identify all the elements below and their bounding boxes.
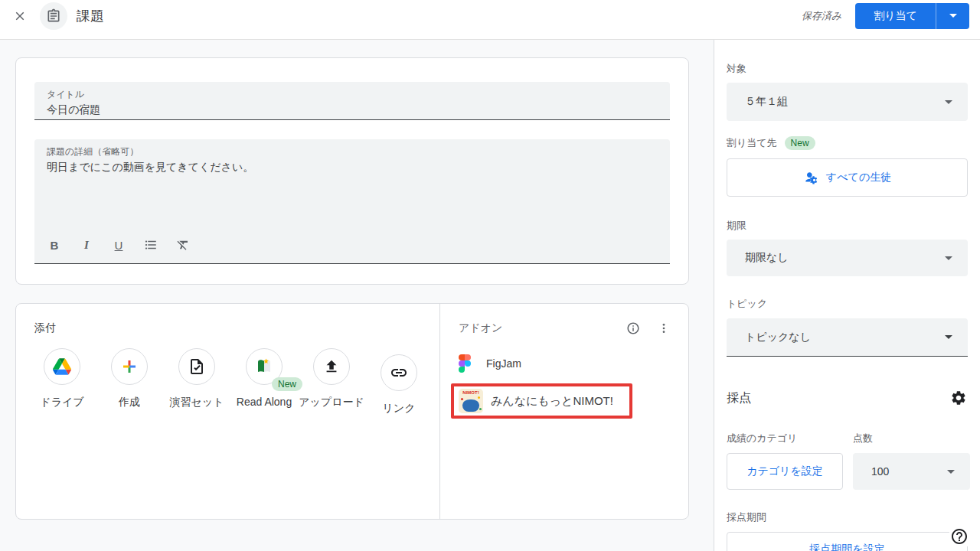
- figjam-icon: [459, 354, 471, 373]
- clear-formatting-icon: [176, 238, 190, 252]
- assign-dropdown-button[interactable]: [936, 3, 969, 29]
- attach-create-button[interactable]: 作成: [96, 348, 163, 416]
- assign-button[interactable]: 割り当て: [855, 3, 936, 29]
- close-button[interactable]: [11, 7, 29, 25]
- attach-upload-button[interactable]: アップロード: [298, 348, 365, 416]
- page-title: 課題: [77, 7, 104, 25]
- chevron-down-icon: [947, 470, 955, 474]
- create-plus-icon: [120, 357, 139, 376]
- addons-menu-button[interactable]: [655, 319, 673, 337]
- attachments-card: 添付 ドライブ: [15, 303, 689, 520]
- all-students-button[interactable]: すべての生徒: [727, 158, 968, 197]
- description-field-value: 明日までにこの動画を見てきてください。: [47, 161, 658, 174]
- nimot-icon: NIMOT!: [459, 389, 483, 413]
- help-button[interactable]: [949, 527, 969, 546]
- manage-accounts-icon: [803, 170, 818, 185]
- points-label: 点数: [853, 432, 970, 445]
- due-label: 期限: [727, 219, 968, 233]
- set-grading-period-button[interactable]: 採点期間を設定: [727, 532, 968, 551]
- gear-icon: [950, 390, 967, 406]
- attach-link-button[interactable]: リンク: [365, 354, 433, 416]
- clear-formatting-button[interactable]: [175, 237, 191, 253]
- points-select[interactable]: 100: [853, 453, 970, 490]
- help-icon: [950, 527, 969, 546]
- settings-sidebar: 対象 ５年１組 割り当て先 New すべての生徒 期限 期限なし トピック トピ…: [714, 40, 980, 551]
- assignment-type-icon-circle: [40, 2, 67, 30]
- title-field[interactable]: タイトル 今日の宿題: [34, 82, 670, 120]
- read-along-icon: [255, 357, 273, 376]
- main-content: タイトル 今日の宿題 課題の詳細（省略可） 明日までにこの動画を見てきてください…: [0, 40, 714, 551]
- topic-label: トピック: [727, 297, 968, 311]
- italic-button[interactable]: I: [79, 237, 94, 253]
- description-field[interactable]: 課題の詳細（省略可） 明日までにこの動画を見てきてください。 B I U: [34, 139, 670, 264]
- set-category-button[interactable]: カテゴリを設定: [727, 453, 843, 490]
- due-select[interactable]: 期限なし: [727, 240, 968, 276]
- chevron-down-icon: [945, 256, 952, 260]
- upload-icon: [323, 358, 340, 375]
- close-icon: [13, 9, 27, 23]
- kebab-menu-icon: [658, 322, 670, 334]
- info-icon: [626, 321, 640, 335]
- assign-split-button: 割り当て: [855, 3, 969, 29]
- addon-figjam[interactable]: FigJam: [459, 354, 673, 373]
- bold-button[interactable]: B: [47, 237, 62, 253]
- audience-label: 対象: [727, 62, 968, 76]
- format-toolbar: B I U: [47, 237, 658, 257]
- bulleted-list-button[interactable]: [143, 237, 158, 253]
- grade-category-label: 成績のカテゴリ: [727, 432, 843, 445]
- grading-heading: 採点: [727, 390, 751, 406]
- link-icon: [390, 364, 408, 382]
- practice-set-icon: [188, 357, 206, 376]
- chevron-down-icon: [949, 14, 957, 18]
- save-status: 保存済み: [802, 9, 841, 23]
- chevron-down-icon: [945, 335, 952, 339]
- underline-button[interactable]: U: [111, 237, 126, 253]
- header: 課題 保存済み 割り当て: [0, 0, 980, 40]
- addons-section: アドオン FigJam: [439, 304, 688, 519]
- assignment-clipboard-icon: [46, 8, 61, 24]
- attachments-section: 添付 ドライブ: [16, 304, 439, 519]
- assignee-new-badge: New: [785, 136, 815, 150]
- google-drive-icon: [53, 358, 71, 375]
- attach-read-along-button[interactable]: New Read Along: [230, 348, 298, 416]
- attachment-buttons: ドライブ 作成: [28, 348, 439, 437]
- addon-nimot-highlighted[interactable]: NIMOT! みんなにもっとNIMOT!: [451, 383, 632, 419]
- addons-heading: アドオン: [459, 321, 502, 335]
- attach-drive-button[interactable]: ドライブ: [28, 348, 96, 416]
- grading-settings-button[interactable]: [949, 389, 968, 407]
- title-field-value: 今日の宿題: [47, 103, 658, 117]
- assignee-label: 割り当て先: [727, 136, 777, 150]
- addons-info-button[interactable]: [624, 319, 642, 337]
- attachments-heading: 添付: [34, 321, 439, 335]
- grading-period-label: 採点期間: [727, 510, 968, 524]
- audience-select[interactable]: ５年１組: [727, 83, 968, 121]
- topic-select[interactable]: トピックなし: [727, 318, 968, 357]
- attach-practice-set-button[interactable]: 演習セット: [163, 348, 230, 416]
- title-field-label: タイトル: [47, 88, 658, 101]
- bulleted-list-icon: [144, 238, 158, 252]
- assignment-details-card: タイトル 今日の宿題 課題の詳細（省略可） 明日までにこの動画を見てきてください…: [15, 57, 689, 285]
- chevron-down-icon: [945, 100, 952, 104]
- description-field-label: 課題の詳細（省略可）: [47, 145, 658, 158]
- assignment-editor: 課題 保存済み 割り当て タイトル 今日の宿題 課題の詳細（省略可） 明日までに…: [0, 0, 980, 551]
